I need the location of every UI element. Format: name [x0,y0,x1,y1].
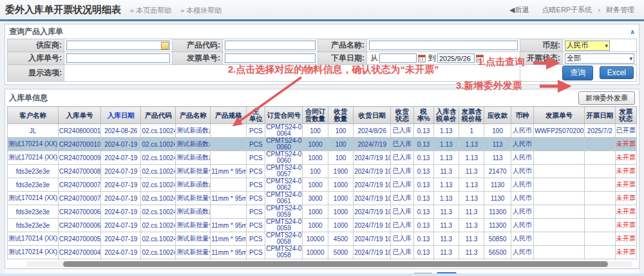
cell: 2024/7/19 [354,138,391,151]
cell: 0.13 [413,246,433,259]
cell: 0.13 [413,165,433,178]
breadcrumb-module[interactable]: 财务管理 [606,6,634,14]
cell: 1 [459,124,484,138]
breadcrumb-system[interactable]: 点晴ERP子系统 [542,6,592,14]
cell: 人民币 [511,138,533,151]
inbound-list-panel: 入库单信息 新增委外发票 客户名称入库单号入库日期产品代码产品名称产品规格主 单… [5,89,639,269]
table-row[interactable]: 测试170214 (XX)CR2407000102024-07-1902.cs.… [8,138,637,151]
cell: 10000 [303,232,328,246]
supplier-input[interactable] [66,41,170,50]
cell: 113 [484,151,511,165]
cell [534,165,585,178]
cell: 未开票 [615,192,636,205]
product-code-input[interactable] [225,41,316,50]
page-help-link[interactable]: » 本页面帮助 [130,6,171,15]
cell: CPMTS24-00059 [265,205,303,219]
column-header: 产品代码 [141,107,176,124]
order-date-end-input[interactable] [437,53,475,63]
cell: 1 [459,259,484,261]
collapse-icon[interactable]: ∧ [630,29,635,35]
cell: 11.3 [459,219,484,232]
cell: 测试170214 (XX) [8,151,59,165]
table-row[interactable]: JLCR2408000012024-08-2602.cs.100241测试新函数… [8,124,637,138]
topbar: 委外入库单开票状况明细表 » 本页面帮助 » 本模块帮助 ◀后退 点晴ERP子系… [0,0,644,19]
cell: 人民币 [511,232,533,246]
table-row[interactable]: fds3e23e3eCR2407000072024-07-1902.cs.100… [8,178,637,192]
cell: 11.3 [433,165,459,178]
cell: CR240700008 [58,165,100,178]
calendar-icon[interactable] [418,55,426,62]
cell: 2024-07-19 [101,178,141,192]
cell: fds3e23e3e [8,178,59,192]
cell: 1.13 [459,192,484,205]
order-date-start-input[interactable] [379,53,417,63]
cell: 100 [484,124,511,138]
column-header: 合同订 货数量 [303,107,328,124]
cell: CR240700010 [58,138,100,151]
cell: 1000 [328,205,353,219]
cell: 已入库 [391,124,413,138]
table-row[interactable]: fds3e23e3eCR2407000082024-07-1902.cs.100… [8,165,637,178]
bottom-strip [0,273,644,276]
cell: CPMTS23- [265,259,303,261]
table-row[interactable]: fds3e23e3eCR2407000062024-07-1902.cs.100… [8,205,637,219]
cell: 2024/7/11 [354,259,391,261]
add-outsourcing-invoice-button[interactable]: 新增委外发票 [578,91,635,105]
table-row[interactable]: 测试170214 (XX)CR2407000092024-07-1902.cs.… [8,151,637,165]
date-from-label: 从 [370,53,378,62]
cell: 2024/7/19 10 [354,232,391,246]
cell [584,192,615,205]
cell: 2024-07-19 [101,246,141,259]
search-button[interactable]: 查询 [562,66,593,80]
back-link[interactable]: ◀后退 [509,6,529,14]
product-name-input[interactable] [369,41,518,50]
cell: 2024/7/19 10 [354,246,391,259]
cell: 测试新函数成 [176,138,211,151]
currency-select[interactable]: 人民币▾ [565,41,610,51]
cell: 1.13 [459,151,484,165]
scrollbar-thumb[interactable] [63,261,608,267]
cell [584,165,615,178]
column-header: 主 单位 [247,107,265,124]
cell: 02.cs.100241 [141,205,176,219]
cell: 2024/7/19 10 [354,219,391,232]
table-row[interactable]: 测试170214 (XX)CR2407000052024-07-1902.cs.… [8,232,637,246]
column-header: 入库单号 [58,107,100,124]
cell: 测试新函数成 [176,205,211,219]
table-body: JLCR2408000012024-08-2602.cs.100241测试新函数… [8,124,637,261]
cell: CR240800001 [58,124,100,138]
column-header: 收货日期 [354,107,391,124]
cell: 未开票 [615,232,636,246]
cell: 11.3 [433,205,459,219]
invoice-status-select[interactable]: 全部▾ [565,53,634,64]
table-row[interactable]: 测试170214 (XX)CR2407000032024-07-1101.YEL… [8,259,637,261]
cell: 1000 [328,219,353,232]
cell: 2024-08-26 [101,124,141,138]
cell: 02.cs.100241 [141,178,176,192]
module-help-link[interactable]: » 本模块帮助 [180,6,222,15]
column-header: 币种 [511,107,533,124]
table-row[interactable]: fds3e23e3eCR2407000062024-07-1902.cs.100… [8,219,637,232]
cell: 02.cs.100241 [141,151,176,165]
column-header: 产品名称 [176,107,211,124]
column-header: 发票单号 [534,107,585,124]
lookup-icon[interactable] [161,42,169,50]
annotation-step2: 2.点击选择对应的物料信息，确认状态为“未开票” [228,64,439,76]
inbound-no-input[interactable] [66,53,170,63]
column-header: 应收款 [484,107,511,124]
invoice-no-input[interactable] [225,53,316,63]
invoice-status-label: 开票状态: [520,52,563,65]
cell: 1.13 [433,124,459,138]
currency-label: 币别: [520,39,563,52]
cell: 1 [303,259,328,261]
table-row[interactable]: 测试170214 (XX)CR2407000042024-07-1902.cs.… [8,246,637,259]
cell: 2024/7/19 10 [354,205,391,219]
cell [584,219,615,232]
column-header[interactable]: 入库日期 [101,107,141,124]
table-row[interactable]: 测试170214 (XX)CR2407000072024-07-1902.cs.… [8,192,637,205]
cell: JL [8,124,59,138]
excel-button[interactable]: Excel [600,66,634,79]
cell: 1130 [484,178,511,192]
cell: 1000 [303,151,328,165]
cell [584,259,615,261]
